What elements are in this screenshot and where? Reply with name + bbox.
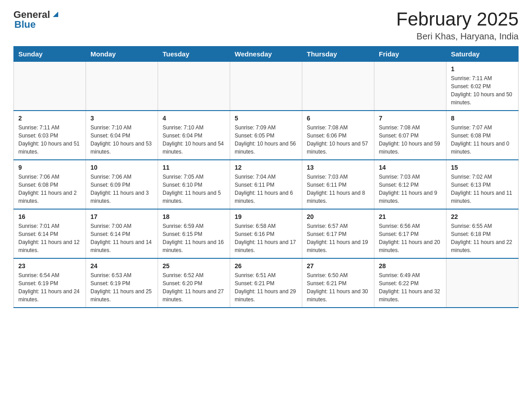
calendar-cell: 15Sunrise: 7:02 AMSunset: 6:13 PMDayligh… <box>446 160 519 209</box>
day-number: 20 <box>307 213 369 220</box>
day-number: 27 <box>307 262 369 270</box>
day-info: Sunrise: 6:50 AMSunset: 6:21 PMDaylight:… <box>307 271 369 304</box>
day-number: 6 <box>307 115 369 122</box>
day-info: Sunrise: 7:08 AMSunset: 6:07 PMDaylight:… <box>379 124 442 156</box>
calendar-cell: 3Sunrise: 7:10 AMSunset: 6:04 PMDaylight… <box>86 111 158 160</box>
calendar-cell: 21Sunrise: 6:56 AMSunset: 6:17 PMDayligh… <box>374 209 446 258</box>
calendar-cell: 28Sunrise: 6:49 AMSunset: 6:22 PMDayligh… <box>374 258 446 308</box>
day-number: 7 <box>379 115 442 122</box>
weekday-header-monday: Monday <box>86 47 158 62</box>
weekday-header-tuesday: Tuesday <box>158 47 230 62</box>
day-info: Sunrise: 7:11 AMSunset: 6:03 PMDaylight:… <box>18 124 81 156</box>
calendar-cell <box>14 62 86 111</box>
calendar-table: SundayMondayTuesdayWednesdayThursdayFrid… <box>13 46 519 308</box>
logo: General Blue <box>13 9 60 30</box>
day-info: Sunrise: 7:10 AMSunset: 6:04 PMDaylight:… <box>90 124 153 156</box>
day-number: 2 <box>18 115 81 122</box>
day-number: 1 <box>451 65 514 73</box>
day-info: Sunrise: 7:03 AMSunset: 6:11 PMDaylight:… <box>307 173 369 205</box>
day-number: 3 <box>90 115 153 122</box>
calendar-cell: 16Sunrise: 7:01 AMSunset: 6:14 PMDayligh… <box>14 209 86 258</box>
title-block: February 2025 Beri Khas, Haryana, India <box>396 9 519 42</box>
day-info: Sunrise: 6:51 AMSunset: 6:21 PMDaylight:… <box>235 271 297 304</box>
day-number: 14 <box>379 164 442 171</box>
day-number: 22 <box>451 213 514 220</box>
calendar-cell: 2Sunrise: 7:11 AMSunset: 6:03 PMDaylight… <box>14 111 86 160</box>
calendar-cell: 24Sunrise: 6:53 AMSunset: 6:19 PMDayligh… <box>86 258 158 308</box>
day-info: Sunrise: 7:04 AMSunset: 6:11 PMDaylight:… <box>235 173 297 205</box>
day-info: Sunrise: 7:10 AMSunset: 6:04 PMDaylight:… <box>163 124 225 156</box>
day-info: Sunrise: 6:58 AMSunset: 6:16 PMDaylight:… <box>235 222 297 254</box>
day-info: Sunrise: 7:03 AMSunset: 6:12 PMDaylight:… <box>379 173 442 205</box>
day-number: 13 <box>307 164 369 171</box>
calendar-cell: 27Sunrise: 6:50 AMSunset: 6:21 PMDayligh… <box>302 258 374 308</box>
logo-blue-label: Blue <box>14 19 36 30</box>
week-row-5: 23Sunrise: 6:54 AMSunset: 6:19 PMDayligh… <box>14 258 519 308</box>
day-number: 8 <box>451 115 514 122</box>
calendar-cell: 22Sunrise: 6:55 AMSunset: 6:18 PMDayligh… <box>446 209 519 258</box>
svg-marker-0 <box>53 12 58 17</box>
day-number: 24 <box>90 262 153 270</box>
calendar-cell: 14Sunrise: 7:03 AMSunset: 6:12 PMDayligh… <box>374 160 446 209</box>
calendar-cell <box>374 62 446 111</box>
day-number: 9 <box>18 164 81 171</box>
logo-triangle-icon <box>51 9 60 18</box>
weekday-header-sunday: Sunday <box>14 47 86 62</box>
calendar-body: 1Sunrise: 7:11 AMSunset: 6:02 PMDaylight… <box>14 62 519 308</box>
day-info: Sunrise: 6:53 AMSunset: 6:19 PMDaylight:… <box>90 271 153 304</box>
calendar-cell <box>86 62 158 111</box>
day-info: Sunrise: 7:08 AMSunset: 6:06 PMDaylight:… <box>307 124 369 156</box>
day-number: 25 <box>163 262 225 270</box>
calendar-cell: 1Sunrise: 7:11 AMSunset: 6:02 PMDaylight… <box>446 62 519 111</box>
day-number: 16 <box>18 213 81 220</box>
day-number: 10 <box>90 164 153 171</box>
calendar-cell <box>446 258 519 308</box>
calendar-cell: 17Sunrise: 7:00 AMSunset: 6:14 PMDayligh… <box>86 209 158 258</box>
calendar-cell: 10Sunrise: 7:06 AMSunset: 6:09 PMDayligh… <box>86 160 158 209</box>
day-info: Sunrise: 7:02 AMSunset: 6:13 PMDaylight:… <box>451 173 514 205</box>
day-number: 19 <box>235 213 297 220</box>
calendar-cell: 19Sunrise: 6:58 AMSunset: 6:16 PMDayligh… <box>230 209 302 258</box>
day-number: 21 <box>379 213 442 220</box>
week-row-1: 1Sunrise: 7:11 AMSunset: 6:02 PMDaylight… <box>14 62 519 111</box>
day-number: 15 <box>451 164 514 171</box>
calendar-cell <box>230 62 302 111</box>
week-row-2: 2Sunrise: 7:11 AMSunset: 6:03 PMDaylight… <box>14 111 519 160</box>
day-info: Sunrise: 7:05 AMSunset: 6:10 PMDaylight:… <box>163 173 225 205</box>
calendar-cell <box>158 62 230 111</box>
calendar-cell: 26Sunrise: 6:51 AMSunset: 6:21 PMDayligh… <box>230 258 302 308</box>
calendar-cell: 5Sunrise: 7:09 AMSunset: 6:05 PMDaylight… <box>230 111 302 160</box>
day-info: Sunrise: 7:07 AMSunset: 6:08 PMDaylight:… <box>451 124 514 156</box>
page-subtitle: Beri Khas, Haryana, India <box>396 31 519 42</box>
calendar-cell: 12Sunrise: 7:04 AMSunset: 6:11 PMDayligh… <box>230 160 302 209</box>
day-number: 17 <box>90 213 153 220</box>
weekday-header-wednesday: Wednesday <box>230 47 302 62</box>
day-info: Sunrise: 6:49 AMSunset: 6:22 PMDaylight:… <box>379 271 442 304</box>
day-number: 4 <box>163 115 225 122</box>
day-number: 28 <box>379 262 442 270</box>
calendar-cell: 9Sunrise: 7:06 AMSunset: 6:08 PMDaylight… <box>14 160 86 209</box>
day-info: Sunrise: 7:06 AMSunset: 6:08 PMDaylight:… <box>18 173 81 205</box>
calendar-cell: 20Sunrise: 6:57 AMSunset: 6:17 PMDayligh… <box>302 209 374 258</box>
day-info: Sunrise: 6:55 AMSunset: 6:18 PMDaylight:… <box>451 222 514 254</box>
day-info: Sunrise: 6:59 AMSunset: 6:15 PMDaylight:… <box>163 222 225 254</box>
weekday-header-friday: Friday <box>374 47 446 62</box>
day-number: 26 <box>235 262 297 270</box>
calendar-cell: 13Sunrise: 7:03 AMSunset: 6:11 PMDayligh… <box>302 160 374 209</box>
calendar-cell: 6Sunrise: 7:08 AMSunset: 6:06 PMDaylight… <box>302 111 374 160</box>
day-info: Sunrise: 6:57 AMSunset: 6:17 PMDaylight:… <box>307 222 369 254</box>
calendar-cell: 18Sunrise: 6:59 AMSunset: 6:15 PMDayligh… <box>158 209 230 258</box>
page-title: February 2025 <box>396 9 519 30</box>
day-info: Sunrise: 7:09 AMSunset: 6:05 PMDaylight:… <box>235 124 297 156</box>
calendar-header: SundayMondayTuesdayWednesdayThursdayFrid… <box>14 47 519 62</box>
weekday-header-row: SundayMondayTuesdayWednesdayThursdayFrid… <box>14 47 519 62</box>
calendar-cell: 11Sunrise: 7:05 AMSunset: 6:10 PMDayligh… <box>158 160 230 209</box>
weekday-header-saturday: Saturday <box>446 47 519 62</box>
calendar-cell <box>302 62 374 111</box>
day-number: 11 <box>163 164 225 171</box>
calendar-cell: 25Sunrise: 6:52 AMSunset: 6:20 PMDayligh… <box>158 258 230 308</box>
day-number: 5 <box>235 115 297 122</box>
calendar-cell: 7Sunrise: 7:08 AMSunset: 6:07 PMDaylight… <box>374 111 446 160</box>
calendar-cell: 23Sunrise: 6:54 AMSunset: 6:19 PMDayligh… <box>14 258 86 308</box>
day-number: 18 <box>163 213 225 220</box>
